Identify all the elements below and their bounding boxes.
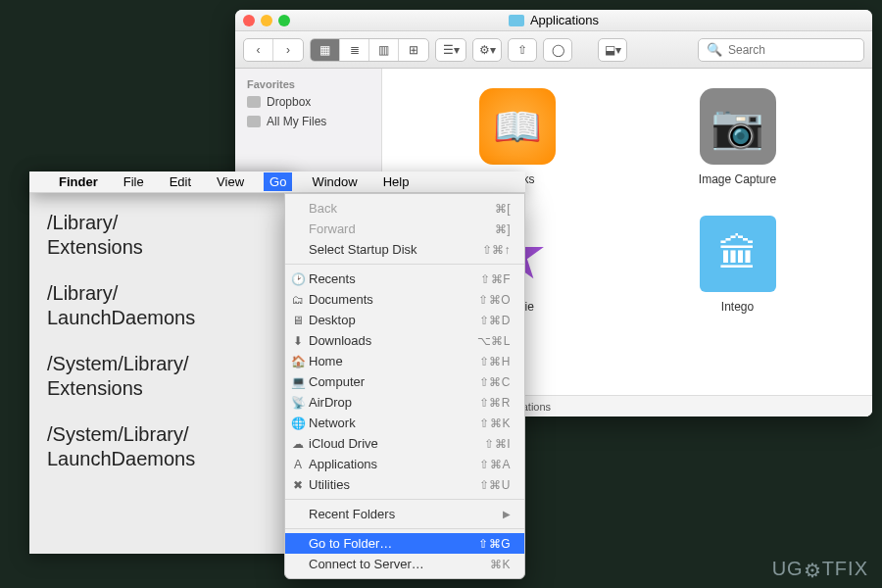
menu-separator bbox=[285, 264, 524, 265]
menu-shortcut: ⇧⌘A bbox=[479, 458, 511, 471]
menu-downloads[interactable]: ⬇Downloads⌥⌘L bbox=[285, 330, 524, 351]
dropbox-icon bbox=[247, 96, 261, 108]
download-icon: ⬇ bbox=[291, 334, 305, 348]
menu-goto-folder[interactable]: Go to Folder… ⇧⌘G bbox=[285, 533, 524, 554]
menu-shortcut: ⇧⌘R bbox=[479, 396, 511, 410]
menu-label: Computer bbox=[309, 374, 365, 389]
menu-shortcut: ⇧⌘G bbox=[478, 537, 511, 551]
list-view-button[interactable]: ≣ bbox=[340, 39, 369, 61]
menu-label: Downloads bbox=[309, 333, 371, 348]
search-field[interactable]: 🔍 bbox=[698, 38, 864, 62]
menu-shortcut: ⇧⌘F bbox=[480, 272, 511, 286]
clock-icon: 🕑 bbox=[291, 272, 305, 286]
icon-view-button[interactable]: ▦ bbox=[311, 39, 340, 61]
menu-shortcut: ⇧⌘D bbox=[479, 314, 511, 327]
home-icon: 🏠 bbox=[291, 355, 305, 368]
path-text: /System/Library/ Extensions bbox=[47, 352, 276, 401]
menu-recents[interactable]: 🕑Recents⇧⌘F bbox=[285, 269, 524, 289]
menu-label: Utilities bbox=[309, 477, 350, 492]
airdrop-icon: 📡 bbox=[291, 396, 305, 410]
intego-icon bbox=[700, 216, 776, 292]
utilities-icon: ✖ bbox=[291, 478, 305, 492]
menu-computer[interactable]: 💻Computer⇧⌘C bbox=[285, 371, 524, 392]
menu-recent-folders[interactable]: Recent Folders ▶ bbox=[285, 504, 524, 524]
menu-bar[interactable]: Finder File Edit View Go Window Help bbox=[29, 172, 525, 193]
sidebar-item-dropbox[interactable]: Dropbox bbox=[235, 92, 381, 112]
app-label: Intego bbox=[721, 300, 754, 314]
menu-forward: Forward ⌘] bbox=[285, 219, 524, 239]
menu-desktop[interactable]: 🖥Desktop⇧⌘D bbox=[285, 310, 524, 330]
menu-shortcut: ⇧⌘H bbox=[479, 355, 511, 368]
zoom-icon[interactable] bbox=[278, 15, 290, 26]
back-button[interactable]: ‹ bbox=[244, 39, 273, 61]
app-intego[interactable]: Intego bbox=[632, 216, 843, 314]
sidebar-item-label: Dropbox bbox=[267, 95, 311, 109]
toolbar: ‹ › ▦ ≣ ▥ ⊞ ☰▾ ⚙▾ ⇧ ◯ ⬓▾ 🔍 bbox=[235, 31, 872, 69]
menu-connect-server[interactable]: Connect to Server… ⌘K bbox=[285, 554, 524, 574]
view-mode[interactable]: ▦ ≣ ▥ ⊞ bbox=[310, 38, 429, 62]
dropbox-button[interactable]: ⬓▾ bbox=[598, 38, 627, 62]
desktop-icon: 🖥 bbox=[291, 314, 305, 327]
path-text: /System/Library/ LaunchDaemons bbox=[47, 422, 276, 471]
traffic-lights[interactable] bbox=[243, 15, 290, 26]
menu-label: Network bbox=[309, 416, 356, 430]
menu-edit[interactable]: Edit bbox=[164, 172, 197, 191]
menu-label: Go to Folder… bbox=[309, 536, 392, 551]
menu-shortcut: ⇧⌘O bbox=[478, 293, 511, 307]
menu-applications[interactable]: AApplications⇧⌘A bbox=[285, 454, 524, 474]
menu-label: iCloud Drive bbox=[309, 436, 378, 451]
nav-buttons[interactable]: ‹ › bbox=[243, 38, 304, 62]
arrange-button[interactable]: ☰▾ bbox=[436, 39, 466, 61]
watermark-text: UG⚙TFIX bbox=[772, 558, 868, 579]
menu-app[interactable]: Finder bbox=[53, 172, 104, 191]
documents-icon: 🗂 bbox=[291, 293, 305, 307]
menu-airdrop[interactable]: 📡AirDrop⇧⌘R bbox=[285, 392, 524, 413]
menu-shortcut: ⇧⌘K bbox=[479, 416, 511, 430]
path-text: /Library/ LaunchDaemons bbox=[47, 281, 276, 330]
menu-shortcut: ⌥⌘L bbox=[477, 334, 511, 348]
app-imagecapture[interactable]: Image Capture bbox=[632, 88, 843, 186]
menu-utilities[interactable]: ✖Utilities⇧⌘U bbox=[285, 474, 524, 495]
menu-help[interactable]: Help bbox=[377, 172, 416, 191]
menu-label: Documents bbox=[309, 292, 373, 307]
menu-label: Back bbox=[309, 201, 337, 216]
menu-go[interactable]: Go bbox=[264, 172, 292, 191]
overlay-panel: /Library/ Extensions /Library/ LaunchDae… bbox=[29, 172, 294, 554]
go-menu-dropdown[interactable]: Back ⌘[ Forward ⌘] Select Startup Disk ⇧… bbox=[284, 193, 525, 579]
menu-label: Recent Folders bbox=[309, 507, 395, 521]
app-label: Image Capture bbox=[699, 172, 776, 186]
action-button[interactable]: ⚙▾ bbox=[472, 38, 502, 62]
search-input[interactable] bbox=[728, 43, 856, 57]
menu-window[interactable]: Window bbox=[306, 172, 363, 191]
menu-shortcut: ⌘[ bbox=[495, 202, 511, 216]
forward-button[interactable]: › bbox=[273, 39, 303, 61]
menu-startup-disk[interactable]: Select Startup Disk ⇧⌘↑ bbox=[285, 239, 524, 260]
menu-shortcut: ⌘] bbox=[495, 222, 511, 236]
watermark: UG⚙TFIX bbox=[772, 557, 868, 580]
gallery-view-button[interactable]: ⊞ bbox=[399, 39, 428, 61]
menu-file[interactable]: File bbox=[118, 172, 150, 191]
menu-home[interactable]: 🏠Home⇧⌘H bbox=[285, 351, 524, 371]
menu-network[interactable]: 🌐Network⇧⌘K bbox=[285, 413, 524, 433]
menu-label: Applications bbox=[309, 457, 377, 471]
gear-icon: ⚙ bbox=[804, 559, 822, 582]
tags-button[interactable]: ◯ bbox=[543, 38, 572, 62]
menu-separator bbox=[285, 528, 524, 529]
sidebar-heading: Favorites bbox=[235, 74, 381, 92]
menu-documents[interactable]: 🗂Documents⇧⌘O bbox=[285, 289, 524, 310]
chevron-right-icon: ▶ bbox=[503, 509, 511, 519]
applications-icon: A bbox=[291, 458, 305, 471]
menu-label: Forward bbox=[309, 221, 356, 236]
minimize-icon[interactable] bbox=[261, 15, 272, 26]
search-icon: 🔍 bbox=[707, 42, 722, 57]
arrange-group[interactable]: ☰▾ bbox=[435, 38, 466, 62]
close-icon[interactable] bbox=[243, 15, 255, 26]
computer-icon: 💻 bbox=[291, 375, 305, 389]
path-text: /Library/ Extensions bbox=[47, 211, 276, 260]
column-view-button[interactable]: ▥ bbox=[369, 39, 399, 61]
menu-icloud[interactable]: ☁iCloud Drive⇧⌘I bbox=[285, 433, 524, 454]
network-icon: 🌐 bbox=[291, 416, 305, 430]
menu-view[interactable]: View bbox=[211, 172, 250, 191]
share-button[interactable]: ⇧ bbox=[508, 38, 537, 62]
sidebar-item-allmyfiles[interactable]: All My Files bbox=[235, 112, 381, 131]
